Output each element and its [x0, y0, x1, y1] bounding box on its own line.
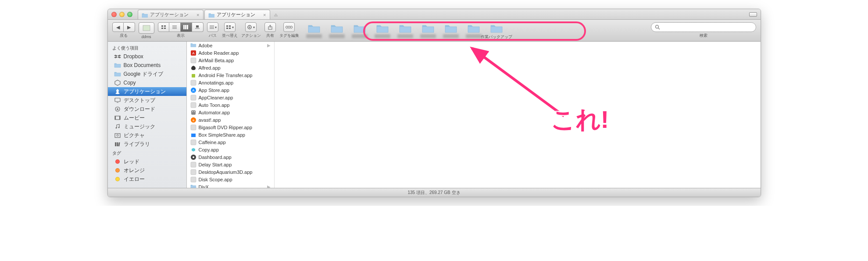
sidebar-item-music[interactable]: ミュージック — [108, 122, 186, 131]
file-row[interactable]: Disk Scope.app — [187, 176, 274, 183]
sidebar-item-copy[interactable]: Copy — [108, 78, 186, 87]
sidebar-item-library[interactable]: ライブラリ — [108, 140, 186, 148]
sidebar-item-label: Dropbox — [124, 53, 143, 60]
file-row[interactable]: Adobe▶ — [187, 42, 274, 49]
file-icon — [190, 80, 196, 86]
content-pane — [275, 42, 761, 188]
edit-tags-button[interactable] — [283, 22, 295, 32]
svg-rect-39 — [115, 142, 116, 146]
path-button[interactable]: ▾ — [207, 22, 218, 32]
list-view-button[interactable] — [169, 22, 181, 32]
arrange-group: ▾ 並べ替え — [222, 22, 238, 39]
folder-icon — [490, 23, 503, 33]
file-icon — [190, 132, 196, 138]
tab-1[interactable]: アプリケーション× — [204, 10, 270, 19]
file-row[interactable]: Annotatings.app — [187, 79, 274, 86]
file-row[interactable]: AppCleaner.app — [187, 94, 274, 101]
toolbar-folder-shortcut-7[interactable] — [465, 23, 482, 38]
forward-button[interactable]: ▶ — [124, 22, 135, 32]
toolbar-folder-shortcut-2[interactable] — [351, 23, 368, 38]
sidebar-tag-0[interactable]: レッド — [108, 157, 186, 166]
file-row[interactable]: Alfred.app — [187, 64, 274, 71]
file-row[interactable]: Delay Start.app — [187, 161, 274, 168]
back-button[interactable]: ◀ — [112, 22, 124, 32]
file-row[interactable]: DivX▶ — [187, 183, 274, 188]
file-icon — [190, 139, 196, 145]
coverflow-view-button[interactable] — [192, 22, 204, 32]
sidebar-item-label: ピクチャ — [124, 132, 145, 139]
sidebar-item-label: ダウンロード — [124, 106, 155, 113]
folder-shortcut-label — [375, 34, 390, 38]
tab-close-button[interactable]: × — [263, 12, 266, 18]
sidebar-item-apps[interactable]: アプリケーション — [108, 87, 186, 96]
file-icon — [190, 72, 196, 78]
file-row[interactable]: AirMail Beta.app — [187, 56, 274, 64]
arrange-button[interactable]: ▾ — [224, 22, 236, 32]
svg-rect-11 — [183, 25, 185, 29]
toolbar-folder-shortcut-4[interactable] — [396, 23, 414, 38]
view-group: 表示 — [158, 22, 204, 39]
file-row[interactable]: Box SimpleShare.app — [187, 131, 274, 138]
svg-point-36 — [118, 127, 119, 128]
column-view-button[interactable] — [181, 22, 192, 32]
file-row[interactable]: DesktopAquarium3D.app — [187, 168, 274, 176]
toolbar-folder-shortcut-1[interactable] — [328, 23, 346, 38]
file-row[interactable]: aavast!.app — [187, 116, 274, 123]
toolbar-folder-shortcut-8[interactable]: 作業バックアップ — [488, 23, 505, 39]
svg-rect-29 — [115, 98, 120, 102]
sidebar-tag-label: レッド — [124, 158, 139, 166]
ddms-button[interactable] — [139, 22, 154, 34]
file-list-column[interactable]: Adobe▶AAdobe Reader.appAirMail Beta.appA… — [187, 42, 275, 188]
new-tab-button[interactable] — [271, 11, 281, 19]
tab-close-button[interactable]: × — [196, 12, 199, 18]
toolbar-folder-shortcut-3[interactable] — [374, 23, 391, 38]
copy-icon — [114, 80, 121, 86]
search-input[interactable] — [662, 25, 752, 30]
folder-icon — [114, 71, 121, 77]
tab-0[interactable]: アプリケーション× — [138, 10, 204, 19]
sidebar-item-folder[interactable]: Box Documents — [108, 61, 186, 70]
file-row[interactable]: AAdobe Reader.app — [187, 49, 274, 56]
folder-shortcut-label — [420, 34, 436, 38]
svg-rect-20 — [229, 25, 231, 27]
toolbar-folder-shortcut-6[interactable] — [442, 23, 460, 38]
toolbar-folder-shortcut-0[interactable] — [305, 23, 323, 38]
file-row[interactable]: Bigasoft DVD Ripper.app — [187, 123, 274, 131]
sidebar-tag-2[interactable]: イエロー — [108, 175, 186, 183]
sidebar-tag-1[interactable]: オレンジ — [108, 166, 186, 175]
minimize-button[interactable] — [119, 12, 125, 17]
tab-overview-button[interactable] — [749, 12, 757, 17]
file-row[interactable]: Auto Toon.app — [187, 101, 274, 109]
sidebar-item-dropbox[interactable]: Dropbox — [108, 52, 186, 61]
zoom-button[interactable] — [127, 12, 132, 17]
sidebar-item-folder[interactable]: Google ドライブ — [108, 70, 186, 78]
file-icon: A — [190, 87, 196, 93]
titlebar: アプリケーション×アプリケーション× — [108, 9, 761, 20]
svg-rect-21 — [226, 28, 228, 29]
toolbar-folder-shortcut-5[interactable] — [419, 23, 437, 38]
folder-icon — [444, 23, 457, 33]
status-text: 135 項目、269.27 GB 空き — [407, 190, 460, 196]
file-icon — [190, 102, 196, 108]
file-name: Adobe — [199, 43, 213, 48]
share-button[interactable] — [264, 22, 276, 32]
icon-view-button[interactable] — [158, 22, 169, 32]
svg-rect-37 — [115, 134, 120, 138]
sidebar-item-desktop[interactable]: デスクトップ — [108, 96, 186, 105]
action-button[interactable]: ▾ — [245, 22, 257, 32]
file-row[interactable]: Automator.app — [187, 109, 274, 116]
file-row[interactable]: Caffeine.app — [187, 138, 274, 146]
svg-rect-12 — [185, 25, 186, 29]
sidebar-item-movies[interactable]: ムービー — [108, 113, 186, 122]
close-button[interactable] — [111, 12, 117, 17]
movies-icon — [114, 115, 121, 121]
file-row[interactable]: AApp Store.app — [187, 86, 274, 94]
sidebar-item-pictures[interactable]: ピクチャ — [108, 131, 186, 140]
file-row[interactable]: Copy.app — [187, 146, 274, 153]
search-field[interactable] — [651, 22, 756, 32]
file-row[interactable]: Dashboard.app — [187, 153, 274, 161]
sidebar-item-downloads[interactable]: ダウンロード — [108, 105, 186, 113]
file-row[interactable]: Android File Transfer.app — [187, 71, 274, 79]
action-group: ▾ アクション — [241, 22, 261, 39]
share-label: 共有 — [266, 33, 274, 39]
